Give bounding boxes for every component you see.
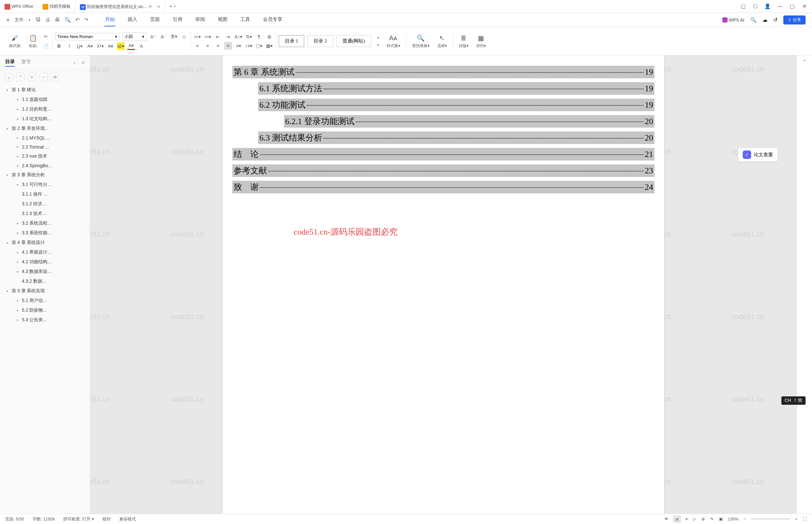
align-justify-icon[interactable]: ≡: [224, 42, 232, 50]
toc-line[interactable]: 6.3 测试结果分析20: [258, 131, 654, 144]
underline-icon[interactable]: U▾: [76, 42, 83, 50]
sidebar-tab-chapter[interactable]: 章节: [21, 59, 31, 66]
outline-item[interactable]: ▾5.3 公告类...: [0, 315, 90, 325]
superscript-icon[interactable]: X²▾: [96, 42, 104, 50]
collapse-down-icon[interactable]: ⌄: [4, 73, 13, 81]
toggle-icon[interactable]: ▾: [17, 299, 22, 302]
hamburger-icon[interactable]: ≡: [6, 17, 9, 23]
borders-icon[interactable]: ▦▾: [266, 42, 273, 50]
close-button[interactable]: ✕: [801, 3, 808, 10]
toggle-icon[interactable]: ▾: [17, 145, 22, 149]
tab-start[interactable]: 开始: [104, 13, 115, 27]
close-tab-icon[interactable]: ×: [157, 4, 160, 10]
avatar-icon[interactable]: 👤: [764, 3, 771, 10]
bold-icon[interactable]: B: [55, 42, 63, 50]
page-view-icon[interactable]: ▤: [674, 516, 680, 522]
focus-icon[interactable]: ▣: [719, 517, 723, 521]
toggle-icon[interactable]: ▾: [17, 136, 22, 140]
close-sidebar-icon[interactable]: ×: [82, 60, 85, 66]
package-icon[interactable]: ⬡: [752, 3, 759, 10]
cloud-icon[interactable]: ☁: [762, 17, 767, 23]
toc-line[interactable]: 参考文献23: [232, 164, 654, 177]
text-direction-icon[interactable]: A↕▾: [235, 33, 242, 40]
remove-icon[interactable]: −: [39, 73, 48, 81]
toggle-icon[interactable]: ▾: [6, 241, 12, 245]
outline-item[interactable]: ▾第 5 章 系统实现: [0, 286, 90, 296]
share-button[interactable]: ⇪ 分享: [783, 15, 806, 24]
toggle-icon[interactable]: ▾: [17, 260, 22, 264]
chevron-down-icon[interactable]: ▾: [29, 18, 30, 21]
template-tab[interactable]: 找稻壳模板: [38, 1, 76, 12]
ime-indicator[interactable]: CH ☽ 简: [781, 396, 806, 405]
fullscreen-icon[interactable]: ⛶: [803, 517, 807, 521]
mini-window-icon[interactable]: ▢: [740, 3, 746, 10]
toggle-icon[interactable]: ▾: [17, 318, 22, 322]
outline-item[interactable]: ▾第 3 章 系统分析: [0, 170, 90, 180]
toggle-icon[interactable]: ▾: [17, 251, 22, 254]
char-shading-icon[interactable]: A: [137, 42, 145, 50]
history-icon[interactable]: ↺: [773, 17, 778, 23]
zoom-in-icon[interactable]: +: [795, 517, 797, 521]
tab-reference[interactable]: 引用: [172, 13, 183, 27]
paper-check-button[interactable]: ✓ 论文查重: [738, 148, 778, 162]
bullet-list-icon[interactable]: ≔▾: [193, 33, 201, 40]
toggle-icon[interactable]: ▾: [17, 117, 22, 121]
toggle-icon[interactable]: ▾: [17, 222, 22, 225]
app-tab[interactable]: WPS Office: [0, 1, 38, 12]
undo-icon[interactable]: ↶: [76, 17, 80, 23]
outline-item[interactable]: ▾4.2 功能结构...: [0, 257, 90, 267]
outline-item[interactable]: ▾2.1 MYSQL ...: [0, 133, 90, 143]
style-toc1[interactable]: 目录 1: [279, 35, 304, 47]
page-indicator[interactable]: 页面: 5/30: [5, 516, 24, 522]
tab-tools[interactable]: 工具: [240, 13, 251, 27]
web-view-icon[interactable]: ⊕: [701, 517, 705, 521]
collapse-rail-icon[interactable]: ⌃: [802, 59, 807, 65]
toggle-icon[interactable]: ▾: [17, 98, 22, 101]
toggle-icon[interactable]: ▾: [17, 164, 22, 167]
read-view-icon[interactable]: ▷: [693, 517, 696, 521]
tab-review[interactable]: 审阅: [195, 13, 205, 27]
style-set-group[interactable]: Aᴀ 样式集▾: [383, 33, 403, 49]
file-menu[interactable]: 文件: [15, 17, 23, 23]
shading-icon[interactable]: ▢▾: [255, 42, 263, 50]
outline-item[interactable]: ▾2.3 vue 技术: [0, 151, 90, 161]
line-spacing-icon[interactable]: ↕≡▾: [245, 42, 253, 50]
toc-line[interactable]: 6.2.1 登录功能测试20: [284, 115, 654, 128]
change-case-icon[interactable]: 变▾: [170, 33, 178, 40]
toc-line[interactable]: 结 论21: [232, 148, 654, 161]
outline-item[interactable]: ▾第 2 章 开发环境...: [0, 124, 90, 133]
outline-item[interactable]: ▾第 4 章 系统设计: [0, 238, 90, 247]
zoom-level[interactable]: 130%: [728, 517, 739, 521]
toc-line[interactable]: 致 谢24: [232, 181, 654, 193]
arrange-group[interactable]: ▦ 排列▾: [473, 33, 489, 49]
outline-item[interactable]: ▾1.2 目的和意...: [0, 104, 90, 114]
align-left-icon[interactable]: ≡: [193, 42, 201, 50]
outline-item[interactable]: ▾4.1 界面设计...: [0, 247, 90, 257]
compat-mode[interactable]: 兼容模式: [119, 516, 136, 522]
select-group[interactable]: ↖ 选择▾: [434, 33, 450, 49]
add-icon[interactable]: +: [28, 73, 36, 81]
toggle-icon[interactable]: ▾: [17, 231, 22, 235]
paste-group[interactable]: 📋 粘贴: [25, 33, 40, 49]
chevron-down-icon[interactable]: ▾: [174, 4, 176, 8]
tab-member[interactable]: 会员专享: [262, 13, 283, 27]
outline-view-icon[interactable]: ≡: [685, 517, 688, 521]
minimize-button[interactable]: —: [777, 3, 783, 10]
outline-item[interactable]: ▾2.2 Tomcat ...: [0, 143, 90, 151]
toggle-icon[interactable]: ▾: [6, 127, 12, 131]
toggle-icon[interactable]: ▾: [17, 309, 22, 312]
outline-item[interactable]: ▾5.2 防疫物...: [0, 306, 90, 315]
search-icon[interactable]: 🔍: [750, 17, 757, 23]
eye-icon[interactable]: 👁: [664, 517, 668, 521]
tab-page[interactable]: 页面: [150, 13, 161, 27]
tab-insert[interactable]: 插入: [127, 13, 138, 27]
align-right-icon[interactable]: ≡: [214, 42, 222, 50]
outline-item[interactable]: 3.1.3 技术...: [0, 209, 90, 218]
align-center-icon[interactable]: ≡: [204, 42, 211, 50]
document-area[interactable]: code51.cncode51.cncode51.cncode51.cncode…: [90, 55, 797, 514]
outline-item[interactable]: 4.3.2 数据...: [0, 277, 90, 286]
preview-icon[interactable]: 🔍: [64, 17, 71, 23]
style-down-icon[interactable]: ▾: [375, 41, 382, 49]
chevron-right-icon[interactable]: ›: [73, 60, 75, 66]
distribute-icon[interactable]: ≡▾: [235, 42, 242, 50]
